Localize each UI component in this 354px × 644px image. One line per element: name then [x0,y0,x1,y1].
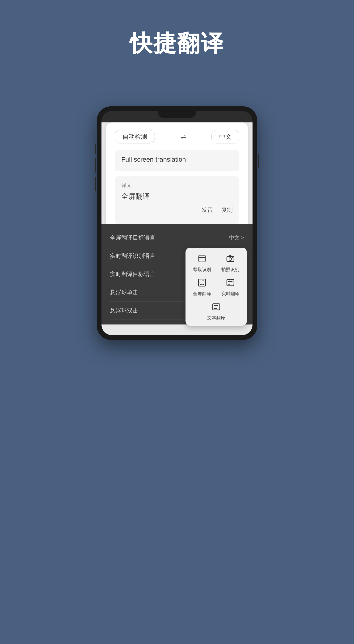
realtime-label: 实时翻译 [221,291,239,297]
result-label: 译文 [121,182,233,189]
translation-card: 自动检测 ⇌ 中文 Full screen translation 译文 全屏翻… [106,122,248,224]
menu-item-realtime[interactable]: 实时翻译 [218,276,242,297]
realtime-icon [224,276,236,289]
camera-label: 拍照识别 [221,266,239,273]
svg-point-5 [232,257,233,258]
phone-notch [158,111,196,118]
result-text: 全屏翻译 [121,192,233,201]
menu-item-fullscreen[interactable]: 全屏翻译 [190,276,214,297]
capture-icon [196,252,208,265]
settings-label-0: 全屏翻译目标语言 [110,234,155,242]
target-lang-button[interactable]: 中文 [211,130,239,144]
fullscreen-icon [196,276,208,289]
source-text-input[interactable]: Full screen translation [115,150,239,171]
settings-label-2: 实时翻译目标语言 [110,270,155,278]
settings-area: 全屏翻译目标语言 中文 > 实时翻译识别语言 实时翻译目标语言 悬浮球单击 功能… [101,224,253,324]
text-translate-icon [210,300,222,313]
capture-label: 截取识别 [193,266,211,273]
translation-result-area: 译文 全屏翻译 发音 复制 [115,176,239,224]
menu-item-capture[interactable]: 截取识别 [190,252,214,273]
settings-label-4: 悬浮球双击 [110,307,138,314]
source-lang-button[interactable]: 自动检测 [115,130,155,144]
settings-row-0[interactable]: 全屏翻译目标语言 中文 > [110,229,244,247]
volume-down-button [95,177,96,192]
svg-rect-0 [199,255,205,262]
phone-frame: 自动检测 ⇌ 中文 Full screen translation 译文 全屏翻… [97,106,257,340]
camera-icon [224,252,236,265]
settings-value-0: 中文 > [229,234,244,241]
volume-up-button [95,158,96,172]
text-translate-label: 文本翻译 [207,315,225,321]
volume-mute-button [95,144,96,154]
svg-rect-6 [198,279,205,286]
lang-selector-row: 自动检测 ⇌ 中文 [115,130,239,144]
menu-item-text[interactable]: 文本翻译 [207,300,225,321]
settings-label-1: 实时翻译识别语言 [110,252,155,260]
settings-label-3: 悬浮球单击 [110,288,138,296]
swap-languages-icon[interactable]: ⇌ [180,133,186,140]
copy-button[interactable]: 复制 [221,206,233,214]
page-title: 快捷翻译 [130,28,224,59]
fullscreen-label: 全屏翻译 [193,291,211,297]
phone-screen: 自动检测 ⇌ 中文 Full screen translation 译文 全屏翻… [101,111,253,335]
phone-wrapper: 自动检测 ⇌ 中文 Full screen translation 译文 全屏翻… [97,106,257,340]
svg-point-4 [229,258,232,260]
screen-content: 自动检测 ⇌ 中文 Full screen translation 译文 全屏翻… [101,122,253,335]
pronounce-button[interactable]: 发音 [201,206,213,214]
result-actions: 发音 复制 [121,201,233,218]
floating-action-menu: 截取识别 拍照识别 [185,248,247,326]
power-button [258,154,259,168]
menu-item-camera[interactable]: 拍照识别 [218,252,242,273]
